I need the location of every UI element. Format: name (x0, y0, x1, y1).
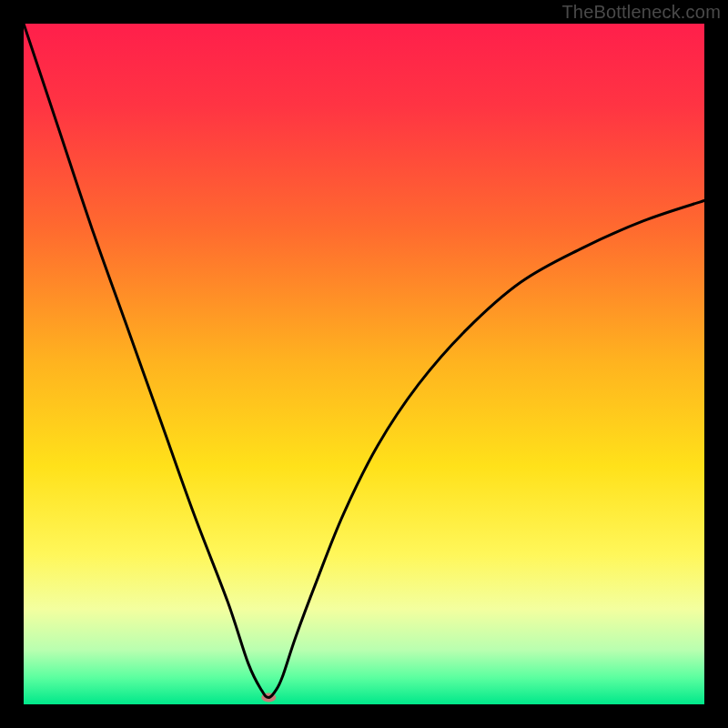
gradient-background (24, 24, 704, 704)
plot-area (24, 24, 704, 704)
watermark-text: TheBottleneck.com (561, 2, 721, 23)
chart-frame: TheBottleneck.com (0, 0, 728, 728)
chart-svg (24, 24, 704, 704)
